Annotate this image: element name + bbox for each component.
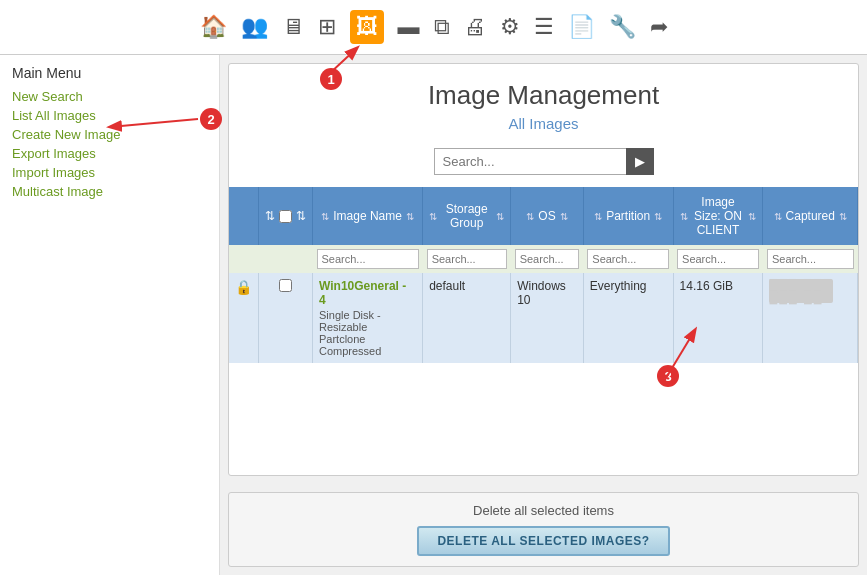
print-icon[interactable]: 🖨	[464, 14, 486, 40]
storage-icon[interactable]: ▬	[398, 14, 420, 40]
sort-arrows-size2: ⇅	[748, 211, 756, 222]
sort-arrows-check2: ⇅	[296, 209, 306, 223]
delete-button[interactable]: Delete all selected images?	[417, 526, 669, 556]
bottom-bar: Delete all selected items Delete all sel…	[228, 492, 859, 567]
row-sg-cell: default	[423, 273, 511, 363]
users-icon[interactable]: 👥	[241, 14, 268, 40]
th-image-name: ⇅ Image Name ⇅	[313, 187, 423, 245]
search-sg-cell	[423, 245, 511, 273]
sort-arrows-size: ⇅	[680, 211, 688, 222]
search-os-cell	[511, 245, 584, 273]
th-check: ⇅ ⇅	[259, 187, 313, 245]
th-storage-group-label: Storage Group	[441, 202, 492, 230]
row-size-cell: 14.16 GiB	[673, 273, 763, 363]
sort-arrows-check: ⇅	[265, 209, 275, 223]
create-new-image-link[interactable]: Create New Image	[12, 127, 207, 142]
multicast-image-link[interactable]: Multicast Image	[12, 184, 207, 199]
network-icon[interactable]: ⊞	[318, 14, 336, 40]
export-icon[interactable]: ➦	[650, 14, 668, 40]
sidebar-title: Main Menu	[12, 65, 207, 81]
sort-arrows-sg2: ⇅	[496, 211, 504, 222]
th-os-label: OS	[538, 209, 555, 223]
list-icon[interactable]: ☰	[534, 14, 554, 40]
search-size-cell	[673, 245, 763, 273]
sort-arrows-name2: ⇅	[406, 211, 414, 222]
home-icon[interactable]: 🏠	[200, 14, 227, 40]
image-name-link[interactable]: Win10General - 4	[319, 279, 416, 307]
search-name-input[interactable]	[317, 249, 419, 269]
th-image-size-label: Image Size: ON CLIENT	[692, 195, 745, 237]
th-lock	[229, 187, 259, 245]
th-partition-label: Partition	[606, 209, 650, 223]
th-captured-label: Captured	[786, 209, 835, 223]
row-image-name-cell: Win10General - 4 Single Disk - Resizable…	[313, 273, 423, 363]
export-images-link[interactable]: Export Images	[12, 146, 207, 161]
sort-arrows-os: ⇅	[526, 211, 534, 222]
row-partition-cell: Everything	[583, 273, 673, 363]
th-os: ⇅ OS ⇅	[511, 187, 584, 245]
sort-arrows-cap: ⇅	[774, 211, 782, 222]
image-sub-text: Single Disk - Resizable Partclone Compre…	[319, 309, 416, 357]
row-os-cell: Windows 10	[511, 273, 584, 363]
new-search-link[interactable]: New Search	[12, 89, 207, 104]
search-cap-cell	[763, 245, 858, 273]
main-content: Image Management All Images ▶ ⇅ ⇅	[228, 63, 859, 476]
sidebar-title-menu: Menu	[42, 65, 81, 81]
copy-icon[interactable]: ⧉	[434, 14, 450, 40]
search-cap-input[interactable]	[767, 249, 854, 269]
th-partition: ⇅ Partition ⇅	[583, 187, 673, 245]
monitor-icon[interactable]: 🖥	[282, 14, 304, 40]
lock-icon: 🔒	[235, 279, 252, 295]
sort-arrows-cap2: ⇅	[839, 211, 847, 222]
list-all-images-link[interactable]: List All Images	[12, 108, 207, 123]
doc-icon[interactable]: 📄	[568, 14, 595, 40]
table-header-row: ⇅ ⇅ ⇅ Image Name ⇅	[229, 187, 858, 245]
search-part-cell	[583, 245, 673, 273]
search-input[interactable]	[434, 148, 626, 175]
th-image-size: ⇅ Image Size: ON CLIENT ⇅	[673, 187, 763, 245]
wrench-icon[interactable]: 🔧	[609, 14, 636, 40]
search-name-cell	[313, 245, 423, 273]
search-part-input[interactable]	[587, 249, 669, 269]
search-bar: ▶	[434, 148, 654, 175]
search-lock-cell	[229, 245, 259, 273]
sidebar: Main Menu New Search List All Images Cre…	[0, 55, 220, 575]
images-table: ⇅ ⇅ ⇅ Image Name ⇅	[229, 187, 858, 363]
sort-arrows-sg: ⇅	[429, 211, 437, 222]
toolbar: 🏠 👥 🖥 ⊞ 🖼 ▬ ⧉ 🖨 ⚙ ☰ 📄 🔧 ➦	[0, 0, 867, 55]
search-size-input[interactable]	[677, 249, 759, 269]
row-captured-cell: ███ ██████ ██	[763, 273, 858, 363]
captured-value: ███ ██████ ██	[769, 279, 833, 303]
search-button[interactable]: ▶	[626, 148, 654, 175]
sort-arrows-part: ⇅	[594, 211, 602, 222]
image-icon[interactable]: 🖼	[350, 10, 384, 44]
sub-title: All Images	[239, 115, 848, 132]
annotation-badge-1: 1	[320, 68, 342, 90]
select-all-checkbox[interactable]	[279, 210, 292, 223]
table-search-row	[229, 245, 858, 273]
settings-icon[interactable]: ⚙	[500, 14, 520, 40]
th-captured: ⇅ Captured ⇅	[763, 187, 858, 245]
sort-arrows-part2: ⇅	[654, 211, 662, 222]
annotation-badge-3: 3	[657, 365, 679, 387]
th-image-name-label: Image Name	[333, 209, 402, 223]
import-images-link[interactable]: Import Images	[12, 165, 207, 180]
search-sg-input[interactable]	[427, 249, 507, 269]
row-lock-cell: 🔒	[229, 273, 259, 363]
annotation-badge-2: 2	[200, 108, 222, 130]
sort-arrows-name: ⇅	[321, 211, 329, 222]
th-storage-group: ⇅ Storage Group ⇅	[423, 187, 511, 245]
sort-arrows-os2: ⇅	[560, 211, 568, 222]
main-layout: Main Menu New Search List All Images Cre…	[0, 55, 867, 575]
row-check-cell	[259, 273, 313, 363]
sidebar-title-main: Main	[12, 65, 42, 81]
table-row: 🔒 Win10General - 4 Single Disk - Resizab…	[229, 273, 858, 363]
search-check-cell	[259, 245, 313, 273]
row-checkbox[interactable]	[279, 279, 292, 292]
search-os-input[interactable]	[515, 249, 580, 269]
delete-label: Delete all selected items	[239, 503, 848, 518]
